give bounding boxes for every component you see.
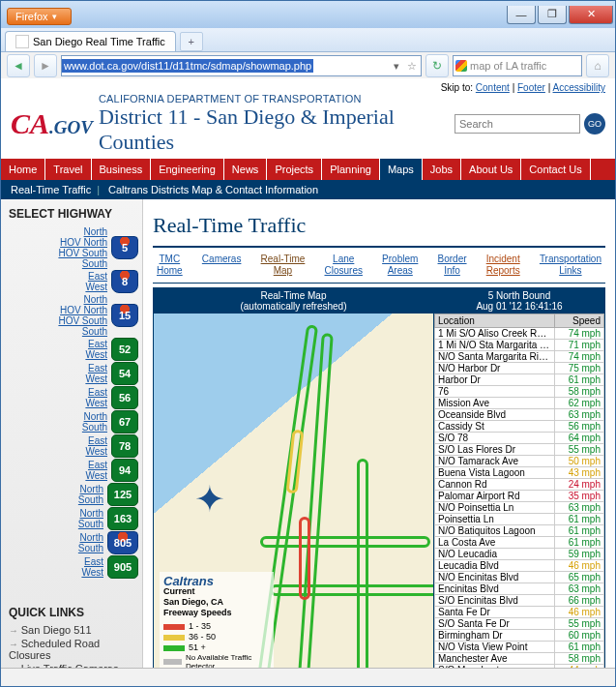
highway-link[interactable]: North [5, 532, 103, 543]
section-link[interactable]: TransportationLinks [540, 254, 601, 277]
highway-link[interactable]: West [5, 470, 107, 481]
table-row[interactable]: Birmingham Dr60 mph [435, 630, 604, 642]
reload-button[interactable]: ↻ [425, 54, 449, 77]
nav-jobs[interactable]: Jobs [423, 159, 461, 180]
table-row[interactable]: N/O Tamarack Ave50 mph [435, 456, 604, 467]
section-link[interactable]: ProblemAreas [382, 254, 418, 277]
section-link[interactable]: Real-TimeMap [261, 254, 306, 277]
section-link[interactable]: IncidentReports [486, 254, 520, 277]
highway-link[interactable]: West [5, 446, 107, 457]
minimize-button[interactable]: — [507, 6, 536, 24]
table-row[interactable]: Cannon Rd24 mph [435, 479, 604, 491]
highway-link[interactable]: North [5, 294, 107, 305]
table-row[interactable]: N/O Harbor Dr75 mph [435, 363, 604, 374]
table-row[interactable]: Palomar Airport Rd35 mph [435, 491, 604, 502]
table-row[interactable]: Leucadia Blvd46 mph [435, 560, 604, 572]
close-button[interactable]: ✕ [569, 6, 613, 24]
highway-link[interactable]: North [5, 226, 107, 237]
firefox-menu-button[interactable]: Firefox [7, 8, 72, 25]
table-row[interactable]: 1 Mi S/O Aliso Creek Rest Area74 mph [435, 328, 604, 340]
table-row[interactable]: Oceanside Blvd63 mph [435, 409, 604, 421]
back-button[interactable]: ◄ [7, 54, 30, 77]
highway-link[interactable]: South [5, 519, 103, 529]
maximize-button[interactable]: ❐ [538, 6, 567, 24]
bookmark-star-icon[interactable]: ☆ [403, 60, 421, 73]
go-button[interactable]: GO [584, 113, 605, 134]
skip-content-link[interactable]: Content [476, 82, 510, 93]
highway-link[interactable]: West [5, 373, 107, 384]
nav-travel[interactable]: Travel [45, 159, 91, 180]
table-row[interactable]: 7658 mph [435, 386, 604, 398]
traffic-map[interactable]: Caltrans Current San Diego, CA Freeway S… [154, 314, 433, 669]
table-row[interactable]: Santa Fe Dr46 mph [435, 607, 604, 618]
table-row[interactable]: La Costa Ave61 mph [435, 537, 604, 549]
table-row[interactable]: Poinsettia Ln61 mph [435, 514, 604, 525]
col-speed[interactable]: Speed [555, 314, 604, 328]
nav-contact-us[interactable]: Contact Us [521, 159, 590, 180]
highway-link[interactable]: East [5, 460, 107, 470]
nav-business[interactable]: Business [92, 159, 152, 180]
highway-link[interactable]: East [5, 435, 107, 446]
section-link[interactable]: BorderInfo [438, 254, 467, 277]
site-search-input[interactable] [455, 114, 580, 134]
table-row[interactable]: N/O Santa Margarita River74 mph [435, 351, 604, 363]
browser-search-input[interactable]: map of LA traffic [453, 55, 582, 76]
section-link[interactable]: Cameras [202, 254, 242, 277]
highway-link[interactable]: North [5, 508, 103, 519]
highway-link[interactable]: North [5, 411, 107, 422]
highway-link[interactable]: South [5, 258, 107, 269]
table-row[interactable]: S/O Santa Fe Dr55 mph [435, 618, 604, 630]
table-row[interactable]: S/O Encinitas Blvd66 mph [435, 595, 604, 607]
section-link[interactable]: LaneClosures [324, 254, 362, 277]
highway-link[interactable]: East [5, 363, 107, 373]
new-tab-button[interactable]: + [180, 32, 203, 51]
table-row[interactable]: Encinitas Blvd63 mph [435, 583, 604, 595]
highway-link[interactable]: East [5, 339, 107, 349]
highway-link[interactable]: South [5, 422, 107, 433]
highway-link[interactable]: South [5, 494, 103, 505]
highway-link[interactable]: West [5, 567, 103, 578]
nav-planning[interactable]: Planning [322, 159, 380, 180]
highway-link[interactable]: North [5, 484, 103, 494]
table-row[interactable]: 1 Mi N/O Sta Margarita River71 mph [435, 340, 604, 351]
skip-footer-link[interactable]: Footer [517, 82, 545, 93]
nav-news[interactable]: News [224, 159, 268, 180]
table-row[interactable]: Mission Ave62 mph [435, 398, 604, 409]
highway-link[interactable]: HOV South [5, 315, 107, 326]
col-location[interactable]: Location [435, 314, 555, 328]
nav-home[interactable]: Home [1, 159, 45, 180]
forward-button[interactable]: ► [34, 54, 57, 77]
table-row[interactable]: N/O Vista View Point61 mph [435, 642, 604, 653]
highway-link[interactable]: East [5, 387, 107, 398]
table-row[interactable]: Harbor Dr61 mph [435, 374, 604, 386]
speed-table[interactable]: Location Speed 1 Mi S/O Aliso Creek Rest… [434, 314, 604, 669]
table-row[interactable]: Cassidy St56 mph [435, 421, 604, 433]
nav-maps[interactable]: Maps [380, 159, 423, 180]
highway-link[interactable]: HOV North [5, 237, 107, 248]
table-row[interactable]: Buena Vista Lagoon43 mph [435, 467, 604, 479]
quick-link[interactable]: Scheduled Road Closures [5, 637, 138, 662]
highway-link[interactable]: West [5, 282, 107, 292]
subnav-item[interactable]: Real-Time Traffic [11, 184, 91, 195]
url-input[interactable]: www.dot.ca.gov/dist11/d11tmc/sdmap/showm… [61, 55, 422, 76]
highway-link[interactable]: East [5, 556, 103, 567]
quick-link[interactable]: San Diego 511 [5, 623, 138, 637]
section-link[interactable]: TMCHome [157, 254, 183, 277]
table-row[interactable]: Manchester Ave58 mph [435, 653, 604, 665]
highway-link[interactable]: South [5, 326, 107, 337]
url-dropdown-icon[interactable]: ▾ [390, 60, 403, 73]
table-row[interactable]: N/O Encinitas Blvd65 mph [435, 572, 604, 583]
cagov-logo[interactable]: CA.GOV [11, 107, 93, 140]
home-button[interactable]: ⌂ [586, 54, 609, 77]
skip-access-link[interactable]: Accessibility [553, 82, 605, 93]
highway-link[interactable]: East [5, 271, 107, 282]
highway-link[interactable]: West [5, 398, 107, 408]
table-row[interactable]: N/O Poinsettia Ln63 mph [435, 502, 604, 514]
tab-active[interactable]: San Diego Real Time Traffic [5, 31, 176, 51]
table-row[interactable]: N/O Leucadia59 mph [435, 549, 604, 560]
table-row[interactable]: S/O Las Flores Dr55 mph [435, 444, 604, 456]
nav-projects[interactable]: Projects [267, 159, 322, 180]
highway-link[interactable]: HOV South [5, 248, 107, 258]
highway-link[interactable]: West [5, 349, 107, 360]
highway-link[interactable]: HOV North [5, 305, 107, 315]
